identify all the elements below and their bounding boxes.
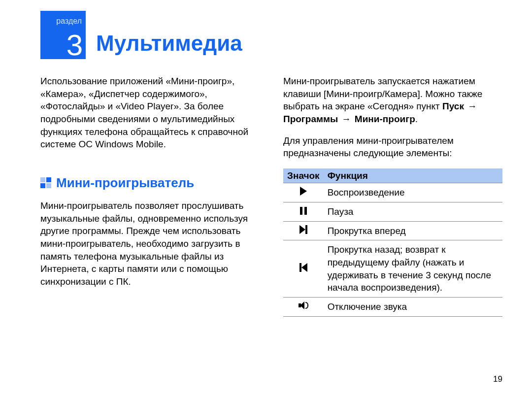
pause-icon xyxy=(300,207,307,215)
play-icon xyxy=(300,187,307,196)
mute-icon xyxy=(299,301,308,310)
chapter-title: Мультимедиа xyxy=(96,29,242,58)
table-row: Пауза xyxy=(283,202,502,222)
document-page: раздел 3 Мультимедиа Использование прило… xyxy=(0,0,532,399)
header-function: Функция xyxy=(324,168,502,183)
nav-suffix: . xyxy=(415,114,418,124)
header-icon: Значок xyxy=(283,168,324,183)
table-header-row: Значок Функция xyxy=(283,168,502,183)
function-cell: Воспроизведение xyxy=(324,183,502,202)
intro-paragraph: Использование приложений «Мини-проигр», … xyxy=(40,75,260,151)
nav-start: Пуск xyxy=(442,101,464,111)
section-number: 3 xyxy=(66,31,83,60)
next-icon xyxy=(299,225,307,234)
table-row: Прокрутка вперед xyxy=(283,221,502,240)
function-cell: Прокрутка вперед xyxy=(324,221,502,240)
table-row: Прокрутка назад; возврат к предыдущему ф… xyxy=(283,240,502,298)
content-columns: Использование приложений «Мини-проигр», … xyxy=(40,75,502,317)
icon-cell xyxy=(283,202,324,222)
right-column: Мини-проигрыватель запускается нажатием … xyxy=(283,75,502,317)
subsection-heading: Мини-проигрыватель xyxy=(40,174,260,192)
icon-cell xyxy=(283,221,324,240)
function-cell: Прокрутка назад; возврат к предыдущему ф… xyxy=(324,240,502,298)
icon-cell xyxy=(283,183,324,202)
function-cell: Пауза xyxy=(324,202,502,222)
arrow-icon: → xyxy=(466,100,478,113)
subsection-paragraph: Мини-проигрыватель позволяет прослушиват… xyxy=(40,200,260,288)
subsection-title: Мини-проигрыватель xyxy=(56,174,194,192)
icon-cell xyxy=(283,240,324,298)
left-column: Использование приложений «Мини-проигр», … xyxy=(40,75,260,317)
squares-icon xyxy=(40,177,51,188)
controls-table: Значок Функция Воспроизведение Пауза Про… xyxy=(283,168,502,317)
icon-cell xyxy=(283,297,324,316)
controls-intro: Для управления мини-проигрывателем предн… xyxy=(283,134,502,160)
nav-programs: Программы xyxy=(283,114,338,124)
function-cell: Отключение звука xyxy=(324,297,502,316)
nav-mini: Мини-проигр xyxy=(355,114,415,124)
arrow-icon: → xyxy=(341,113,352,126)
table-row: Отключение звука xyxy=(283,297,502,316)
section-label: раздел xyxy=(40,16,82,27)
page-number: 19 xyxy=(493,374,502,385)
launch-paragraph: Мини-проигрыватель запускается нажатием … xyxy=(283,75,502,126)
section-badge: раздел 3 xyxy=(40,11,86,59)
prev-icon xyxy=(299,263,307,272)
table-row: Воспроизведение xyxy=(283,183,502,202)
